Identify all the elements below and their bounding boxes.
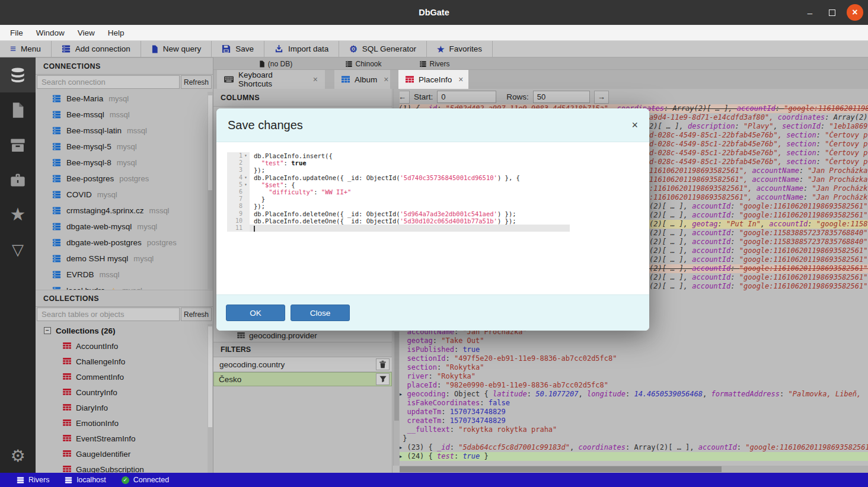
code-line[interactable]: 7 } [227,196,641,203]
collection-item[interactable]: ChallengeInfo [36,354,213,369]
fold-icon[interactable]: ▾ [243,152,248,159]
collections-search-input[interactable] [37,307,180,321]
minimize-button[interactable]: – [803,5,817,20]
menu-file[interactable]: File [4,27,30,39]
connections-refresh-button[interactable]: Refresh [181,75,212,89]
delete-filter-button[interactable] [376,358,390,370]
connection-item[interactable]: EVRDBmssql [36,267,213,283]
toolbar-add-connection-button[interactable]: Add connection [52,41,141,57]
menu-view[interactable]: View [71,27,101,39]
toolbar-sql-generator-button[interactable]: ⚙SQL Generator [339,41,427,57]
collections-scrollbar[interactable] [208,324,213,473]
document-row[interactable]: geotag: "Take Out" [398,337,868,345]
scrollbar-thumb[interactable] [400,466,722,472]
code-line[interactable]: 5▾ "$set": { [227,181,641,188]
activity-funnel-button[interactable]: ▽ [0,232,36,267]
collection-item[interactable]: GaugeSubscription [36,462,213,473]
ok-button[interactable]: OK [226,305,285,321]
connection-item[interactable]: Bee-mssql-latinmssql [36,123,213,139]
collections-root-node[interactable]: −Collections (26) [36,323,213,338]
connections-search-input[interactable] [37,75,180,89]
code-line[interactable]: 3}); [227,166,641,174]
tab-placeinfo[interactable]: PlaceInfo× [398,70,468,89]
code-line[interactable]: 2 "test": true [227,159,641,166]
code-line[interactable]: 1▾db.PlaceInfo.insert({ [227,152,641,159]
tab-close-icon[interactable]: × [384,75,388,84]
code-line[interactable]: 6 "difficulty": "WW II+" [227,188,641,196]
scrollbar-thumb[interactable] [394,332,399,421]
close-button-modal[interactable]: Close [291,305,350,321]
toolbar-import-data-button[interactable]: Import data [264,41,339,57]
document-row[interactable]: ▸ geocoding: Object { latitude: 50.10772… [398,390,868,399]
document-row[interactable]: isFakeCoordinates: false [398,399,868,408]
tab-close-icon[interactable]: × [313,75,318,84]
document-row[interactable]: isPublished: true [398,345,868,354]
toolbar-save-button[interactable]: Save [212,41,264,57]
activity-database-button[interactable] [0,57,36,92]
horizontal-scrollbar[interactable] [400,466,868,473]
collection-item[interactable]: DiaryInfo [36,400,213,415]
activity-briefcase-button[interactable] [0,162,36,197]
scrollbar-thumb[interactable] [208,95,212,190]
connection-item[interactable]: demo SSH mysqlmysql [36,251,213,267]
filter-value-input[interactable] [213,372,392,386]
column-item-geocoding-provider[interactable]: geocoding.provider [213,329,392,341]
document-row[interactable]: section: "Rokytka" [398,363,868,372]
document-row[interactable]: placeId: "982e0990-eb91-11e9-8836-ab7cc0… [398,381,868,390]
toolbar-menu-button[interactable]: ≡Menu [0,41,52,57]
menu-help[interactable]: Help [101,27,131,39]
connection-item[interactable]: Bee-Mariamysql [36,91,213,107]
document-row[interactable]: __fulltext: "rokytka rokytka praha" [398,425,868,434]
json-token: accountId [692,255,730,264]
maximize-button[interactable] [825,5,839,20]
code-line[interactable]: 8}); [227,203,641,210]
activity-archive-button[interactable] [0,127,36,162]
connection-item[interactable]: dbgate-web-mysqlmysql [36,219,213,235]
document-row[interactable]: } [398,434,868,443]
connections-scrollbar[interactable] [208,92,213,289]
code-line[interactable]: 4▾db.PlaceInfo.updateOne({ _id: ObjectId… [227,174,641,181]
connection-item[interactable]: COVIDmysql [36,187,213,203]
document-row[interactable]: river: "Rokytka" [398,372,868,381]
document-row[interactable]: ▸ (23) { _id: "5dab64ccf5c8d7001c99183d"… [398,443,868,452]
collection-item[interactable]: CommentInfo [36,369,213,385]
document-row[interactable]: createTm: 1570734748829 [398,416,868,425]
activity-star-button[interactable]: ★ [0,197,36,232]
toolbar-favorites-button[interactable]: ★Favorites [427,41,493,57]
scrollbar-thumb[interactable] [208,326,212,427]
toolbar-new-query-button[interactable]: New query [141,41,212,57]
connection-item[interactable]: Bee-mssqlmssql [36,107,213,123]
document-row[interactable]: sectionId: "497f5e20-eb91-11e9-8836-ab7c… [398,354,868,363]
fold-icon[interactable]: ▾ [243,174,248,181]
tab-keyboard-shortcuts[interactable]: Keyboard Shortcuts× [217,70,325,89]
connection-item[interactable]: Bee-mysql-8mysql [36,155,213,171]
connection-item[interactable]: Bee-postgrespostgres [36,171,213,187]
activity-settings-button[interactable]: ⚙ [0,440,36,473]
menu-window[interactable]: Window [30,27,71,39]
document-row[interactable]: updateTm: 1570734748829 [398,408,868,416]
collapse-icon[interactable]: − [44,327,51,334]
collections-refresh-button[interactable]: Refresh [181,307,212,321]
modal-close-icon[interactable]: × [631,119,638,132]
collection-item[interactable]: CountryInfo [36,385,213,400]
connection-item[interactable]: crmstaging4.sprinx.czmssql [36,203,213,219]
collection-item[interactable]: AccountInfo [36,338,213,354]
script-editor[interactable]: 1▾db.PlaceInfo.insert({2 "test": true3})… [227,152,641,232]
collection-item[interactable]: EventStreamInfo [36,431,213,446]
code-line[interactable]: 11 [227,225,641,232]
activity-file-button[interactable] [0,92,36,127]
close-button[interactable]: × [847,4,863,21]
collection-item[interactable]: EmotionInfo [36,415,213,431]
collection-item[interactable]: GaugeIdentifier [36,446,213,462]
row-text: placeId: "982e0990-eb91-11e9-8836-ab7cc0… [398,381,608,390]
code-line[interactable]: 9db.PlaceInfo.deleteOne({ _id: ObjectId(… [227,210,641,217]
tab-album[interactable]: Album× [334,70,390,89]
code-line[interactable]: 10db.PlaceInfo.deleteOne({ _id: ObjectId… [227,217,641,225]
document-row[interactable]: ▸ (24) { test: true } [398,452,868,461]
json-token: "google:116106201198693582561" [784,104,868,113]
fold-icon[interactable]: ▾ [243,181,248,188]
connection-item[interactable]: Bee-mysql-5mysql [36,139,213,155]
connection-item[interactable]: dbgate-web-postgrespostgres [36,235,213,251]
tab-close-icon[interactable]: × [458,75,463,84]
filter-icon-button[interactable] [376,373,390,385]
